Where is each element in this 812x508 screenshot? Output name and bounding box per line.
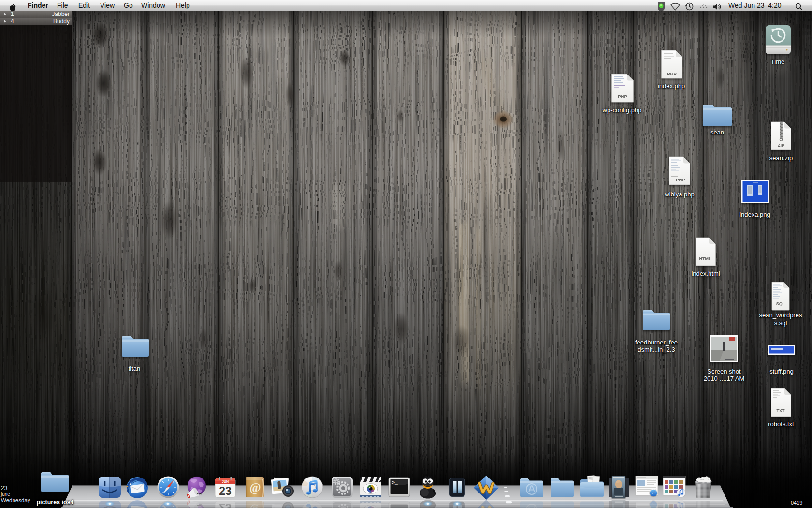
svg-text:PHP: PHP bbox=[618, 94, 627, 99]
svg-text:SQL: SQL bbox=[776, 301, 785, 306]
svg-text:PHP: PHP bbox=[676, 177, 685, 182]
svg-text:ZIP: ZIP bbox=[778, 143, 784, 148]
svg-text:PHP: PHP bbox=[667, 71, 677, 76]
svg-text:@: @ bbox=[249, 481, 261, 494]
svg-text:TXT: TXT bbox=[777, 408, 785, 413]
svg-text:JUN: JUN bbox=[222, 480, 229, 483]
svg-text:23: 23 bbox=[219, 485, 232, 497]
svg-text:HTML: HTML bbox=[699, 256, 711, 261]
svg-text:>_: >_ bbox=[392, 480, 398, 486]
